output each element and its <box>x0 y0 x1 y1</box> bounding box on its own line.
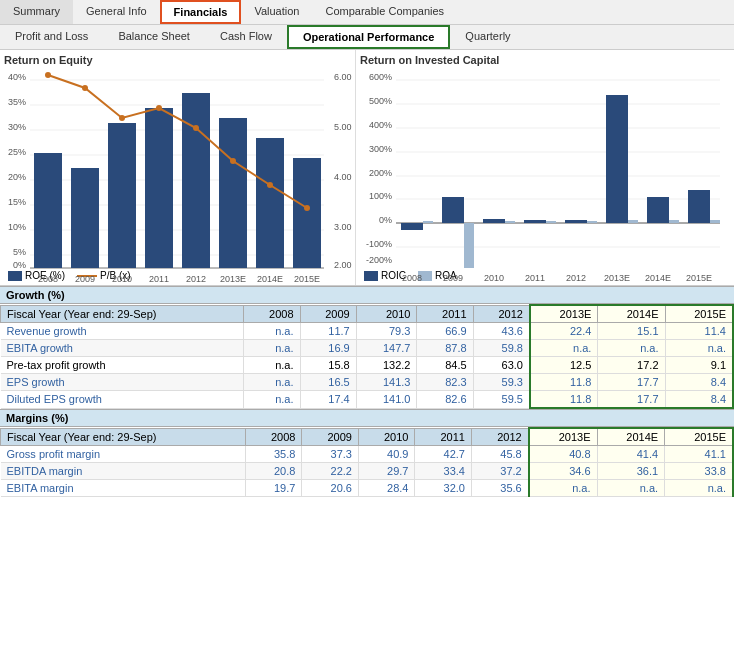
margins-col-header-2015e: 2015E <box>665 428 733 446</box>
pb-point-2008 <box>45 72 51 78</box>
roe-bar-2014e <box>256 138 284 268</box>
margins-cell: 33.8 <box>665 463 733 480</box>
roic-chart-container: Return on Invested Capital 600% 500% 400… <box>356 50 734 285</box>
margins-table: Fiscal Year (Year end: 29-Sep) 2008 2009… <box>0 427 734 497</box>
growth-cell: n.a. <box>244 391 300 409</box>
growth-cell: 16.5 <box>300 374 356 391</box>
growth-cell: 17.7 <box>598 391 665 409</box>
margins-cell: 45.8 <box>471 446 528 463</box>
svg-text:2012: 2012 <box>566 273 586 283</box>
margins-header-row: Fiscal Year (Year end: 29-Sep) 2008 2009… <box>1 428 734 446</box>
roa-bar-2009 <box>464 223 474 268</box>
pb-point-2013e <box>230 158 236 164</box>
margins-cell: 20.6 <box>302 480 359 497</box>
tab-valuation[interactable]: Valuation <box>241 0 312 24</box>
svg-text:2015E: 2015E <box>294 274 320 284</box>
margins-col-header-2012: 2012 <box>471 428 528 446</box>
margins-cell: 19.7 <box>245 480 302 497</box>
growth-cell: 9.1 <box>665 357 733 374</box>
svg-text:600%: 600% <box>369 72 392 82</box>
svg-text:2008: 2008 <box>38 274 58 284</box>
sub-nav: Profit and Loss Balance Sheet Cash Flow … <box>0 25 734 50</box>
growth-row-label: EPS growth <box>1 374 244 391</box>
margins-cell: n.a. <box>529 480 597 497</box>
growth-cell: 87.8 <box>417 340 473 357</box>
growth-cell: n.a. <box>665 340 733 357</box>
tab-operational[interactable]: Operational Performance <box>287 25 450 49</box>
roe-bar-2010 <box>108 123 136 268</box>
growth-cell: 22.4 <box>530 323 598 340</box>
roic-bar-2013e <box>606 95 628 223</box>
margins-cell: 42.7 <box>415 446 472 463</box>
roa-bar-2015e <box>710 220 720 223</box>
roic-bar-2009 <box>442 197 464 223</box>
svg-text:-100%: -100% <box>366 239 392 249</box>
svg-text:2014E: 2014E <box>645 273 671 283</box>
growth-cell: 15.8 <box>300 357 356 374</box>
tab-comparable[interactable]: Comparable Companies <box>312 0 457 24</box>
margins-cell: 32.0 <box>415 480 472 497</box>
pb-point-2012 <box>193 125 199 131</box>
growth-cell: 132.2 <box>356 357 417 374</box>
growth-cell: 11.7 <box>300 323 356 340</box>
growth-cell: n.a. <box>530 340 598 357</box>
growth-col-header-2015e: 2015E <box>665 305 733 323</box>
growth-cell: 17.7 <box>598 374 665 391</box>
margins-row-label: EBITA margin <box>1 480 246 497</box>
tab-financials[interactable]: Financials <box>160 0 242 24</box>
margins-cell: 37.3 <box>302 446 359 463</box>
svg-text:15%: 15% <box>8 197 26 207</box>
tab-general-info[interactable]: General Info <box>73 0 160 24</box>
svg-text:100%: 100% <box>369 191 392 201</box>
tab-profit-loss[interactable]: Profit and Loss <box>0 25 103 49</box>
tab-quarterly[interactable]: Quarterly <box>450 25 525 49</box>
margins-col-header-2013e: 2013E <box>529 428 597 446</box>
growth-row-label: Diluted EPS growth <box>1 391 244 409</box>
svg-text:2013E: 2013E <box>604 273 630 283</box>
growth-section-title: Growth (%) <box>0 286 734 304</box>
growth-cell: n.a. <box>244 357 300 374</box>
svg-text:0%: 0% <box>13 260 26 270</box>
tab-cash-flow[interactable]: Cash Flow <box>205 25 287 49</box>
svg-text:10%: 10% <box>8 222 26 232</box>
margins-cell: 34.6 <box>529 463 597 480</box>
roic-bar-2015e <box>688 190 710 223</box>
svg-text:2011: 2011 <box>525 273 545 283</box>
svg-text:2008: 2008 <box>402 273 422 283</box>
roa-bar-2013e <box>628 220 638 223</box>
svg-text:3.00: 3.00 <box>334 222 352 232</box>
roe-bar-2012 <box>182 93 210 268</box>
pb-point-2009 <box>82 85 88 91</box>
growth-cell: 141.3 <box>356 374 417 391</box>
roe-bar-2011 <box>145 108 173 268</box>
roic-bar-2008 <box>401 223 423 230</box>
growth-cell: 82.6 <box>417 391 473 409</box>
growth-cell: 17.4 <box>300 391 356 409</box>
growth-cell: 82.3 <box>417 374 473 391</box>
roe-chart-area: 40% 35% 30% 25% 20% 15% 10% 5% 0% 6.00 5… <box>4 68 351 268</box>
growth-row: Revenue growthn.a.11.779.366.943.622.415… <box>1 323 734 340</box>
margins-cell: 37.2 <box>471 463 528 480</box>
svg-text:35%: 35% <box>8 97 26 107</box>
tab-balance-sheet[interactable]: Balance Sheet <box>103 25 205 49</box>
roe-bar-2008 <box>34 153 62 268</box>
growth-cell: 12.5 <box>530 357 598 374</box>
roa-bar-2010 <box>505 221 515 223</box>
growth-row: Diluted EPS growthn.a.17.4141.082.659.51… <box>1 391 734 409</box>
svg-text:4.00: 4.00 <box>334 172 352 182</box>
growth-row-label: Pre-tax profit growth <box>1 357 244 374</box>
growth-cell: 66.9 <box>417 323 473 340</box>
growth-row: EPS growthn.a.16.5141.382.359.311.817.78… <box>1 374 734 391</box>
tab-summary[interactable]: Summary <box>0 0 73 24</box>
growth-cell: 8.4 <box>665 374 733 391</box>
top-nav: Summary General Info Financials Valuatio… <box>0 0 734 25</box>
pb-point-2010 <box>119 115 125 121</box>
roic-bar-2014e <box>647 197 669 223</box>
margins-cell: 35.6 <box>471 480 528 497</box>
growth-cell: 11.4 <box>665 323 733 340</box>
roe-bar-2009 <box>71 168 99 268</box>
margins-cell: 36.1 <box>597 463 665 480</box>
margins-cell: 35.8 <box>245 446 302 463</box>
roic-chart-title: Return on Invested Capital <box>360 54 730 66</box>
svg-text:6.00: 6.00 <box>334 72 352 82</box>
